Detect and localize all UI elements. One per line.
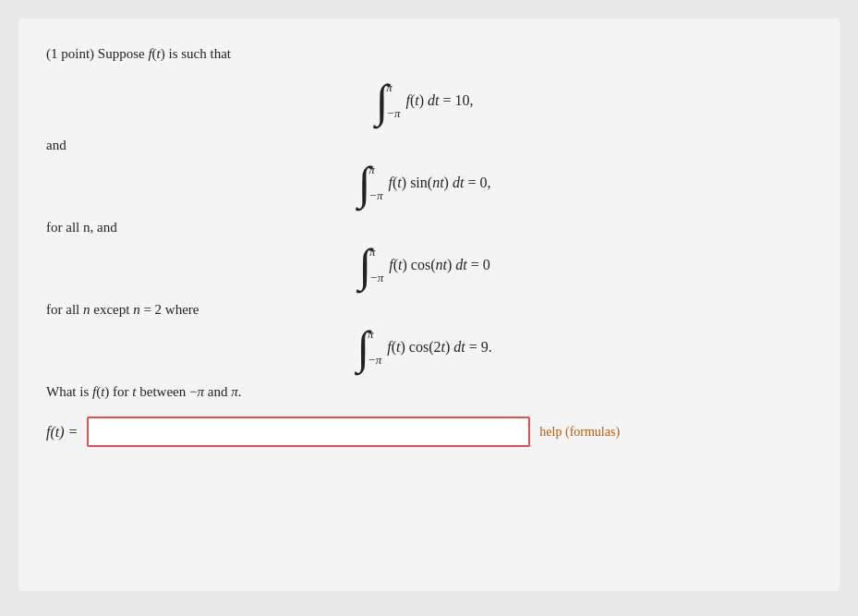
integral-symbol-2: ∫ [358, 163, 371, 203]
help-formulas-link[interactable]: help (formulas) [539, 425, 620, 440]
lower-limit-4: −π [368, 353, 381, 368]
limits-2: π −π [369, 163, 382, 203]
answer-label: f(t) = [46, 424, 78, 441]
forall-n-except-label: for all n except n = 2 where [46, 302, 803, 318]
integral-display-3: ∫ π −π f(t) cos(nt) dt = 0 [358, 245, 489, 285]
integral-block-2: ∫ π −π f(t) sin(nt) dt = 0, [46, 163, 803, 203]
integral-block-3: ∫ π −π f(t) cos(nt) dt = 0 [46, 245, 803, 285]
integral-block-1: ∫ π −π f(t) dt = 10, [46, 80, 803, 121]
answer-input[interactable] [87, 417, 530, 447]
question-text: What is f(t) for t between −π and π. [46, 384, 803, 400]
limits-1: π −π [386, 80, 400, 121]
limits-3: π −π [369, 245, 383, 285]
integral-display-2: ∫ π −π f(t) sin(nt) dt = 0, [358, 163, 491, 203]
lower-limit-3: −π [369, 271, 383, 285]
integral-symbol-4: ∫ [356, 328, 369, 368]
integral-block-4: ∫ π −π f(t) cos(2t) dt = 9. [46, 327, 803, 368]
lower-limit-1: −π [386, 106, 400, 121]
integrand-2: f(t) sin(nt) dt = 0, [389, 175, 491, 191]
integrand-3: f(t) cos(nt) dt = 0 [389, 257, 489, 273]
problem-card: (1 point) Suppose f(t) is such that ∫ π … [18, 18, 840, 591]
answer-row: f(t) = help (formulas) [46, 417, 803, 447]
and-label: and [46, 138, 803, 153]
limits-4: π −π [368, 327, 381, 368]
integral-display-4: ∫ π −π f(t) cos(2t) dt = 9. [356, 327, 491, 368]
integrand-1: f(t) dt = 10, [405, 92, 473, 109]
integral-display-1: ∫ π −π f(t) dt = 10, [375, 80, 473, 121]
lower-limit-2: −π [369, 188, 382, 203]
integral-symbol-3: ∫ [358, 246, 371, 285]
integrand-4: f(t) cos(2t) dt = 9. [387, 339, 491, 356]
problem-header: (1 point) Suppose f(t) is such that [46, 46, 803, 62]
forall-n-and-label: for all n, and [46, 220, 803, 236]
integral-symbol-1: ∫ [375, 81, 388, 121]
